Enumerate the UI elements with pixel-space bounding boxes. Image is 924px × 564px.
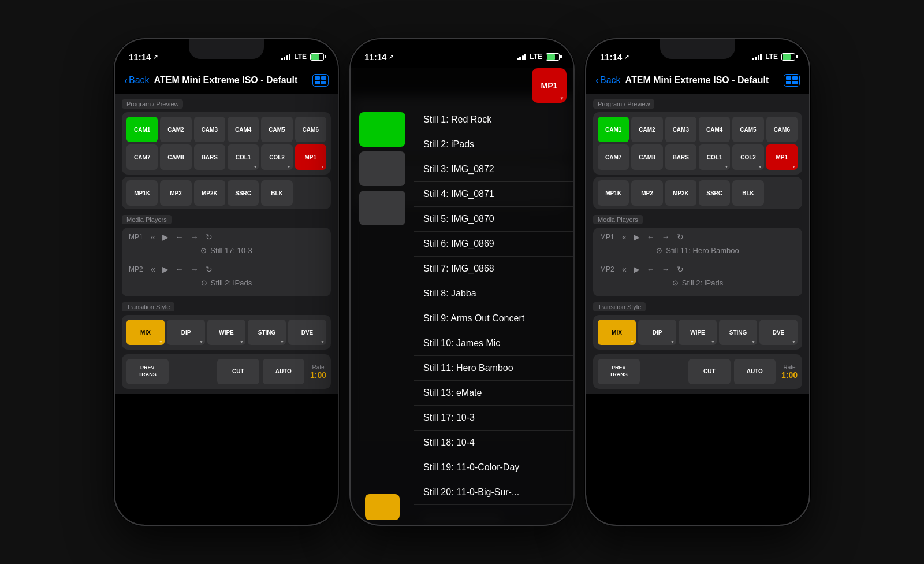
cam-btn-cam6-left[interactable]: CAM6: [295, 117, 326, 142]
mp2-loop-right[interactable]: ↻: [677, 265, 684, 274]
cam-btn-cam2-left[interactable]: CAM2: [160, 117, 191, 142]
trans-dve-left[interactable]: DVE▼: [288, 320, 326, 345]
prev-trans-right[interactable]: PREVTRANS: [598, 359, 640, 384]
cam-btn-col2-right[interactable]: COL2▼: [732, 144, 763, 170]
mp2-play-right[interactable]: ▶: [634, 265, 640, 274]
trans-section-left: Transition Style MIX▼ DIP▼ WIPE▼ STING▼ …: [122, 301, 331, 350]
trans-dip-right[interactable]: DIP▼: [638, 320, 676, 345]
scene: 11:14 ↗ LTE: [0, 0, 924, 564]
cam-btn-cam3-right[interactable]: CAM3: [665, 117, 696, 142]
layout-button-right[interactable]: [784, 74, 800, 87]
cam-btn-cam6-right[interactable]: CAM6: [766, 117, 798, 142]
mp2-rewind-left[interactable]: «: [151, 265, 155, 274]
cam-btn-blk-left[interactable]: BLK: [261, 180, 292, 206]
cam-btn-ssrc-left[interactable]: SSRC: [228, 180, 259, 206]
cam-btn-cam3-left[interactable]: CAM3: [194, 117, 225, 142]
mp2-prev-left[interactable]: ←: [176, 265, 184, 274]
mp1-play-right[interactable]: ▶: [634, 232, 640, 242]
cam-btn-mp1k-right[interactable]: MP1K: [598, 180, 629, 206]
cam-btn-col2-left[interactable]: COL2▼: [261, 144, 292, 170]
mp1-indicator-mid[interactable]: MP1 ▼: [532, 68, 567, 103]
cam-btn-cam4-right[interactable]: CAM4: [699, 117, 730, 142]
cam-btn-mp1-left[interactable]: MP1▼: [295, 144, 326, 170]
dropdown-item-7[interactable]: Still 8: Jabba: [414, 281, 573, 306]
app-content-left: Program / Preview CAM1 CAM2 CAM3 CAM4 CA…: [115, 94, 338, 394]
cam-btn-mp2k-left[interactable]: MP2K: [194, 180, 225, 206]
cam-btn-bars-right[interactable]: BARS: [665, 144, 696, 170]
dropdown-item-6[interactable]: Still 7: IMG_0868: [414, 257, 573, 281]
mp1-next-right[interactable]: →: [662, 232, 670, 242]
dropdown-item-10[interactable]: Still 11: Hero Bamboo: [414, 356, 573, 381]
dropdown-item-5[interactable]: Still 6: IMG_0869: [414, 232, 573, 257]
dropdown-item-11[interactable]: Still 13: eMate: [414, 381, 573, 406]
trans-mix-right[interactable]: MIX▼: [598, 320, 636, 345]
cam-btn-col1-left[interactable]: COL1▼: [228, 144, 259, 170]
back-button-right[interactable]: ‹ Back: [595, 75, 621, 87]
mp1-play-left[interactable]: ▶: [162, 232, 169, 242]
prev-trans-left[interactable]: PREVTRANS: [126, 359, 169, 384]
cam-btn-cam1-right[interactable]: CAM1: [598, 117, 629, 142]
cam-btn-cam7-right[interactable]: CAM7: [598, 144, 629, 170]
mp2-next-left[interactable]: →: [191, 265, 199, 274]
signal-bars-mid: [517, 53, 527, 60]
dropdown-item-12[interactable]: Still 17: 10-3: [414, 406, 573, 431]
dropdown-item-9[interactable]: Still 10: James Mic: [414, 331, 573, 356]
cam-btn-ssrc-right[interactable]: SSRC: [699, 180, 730, 206]
mp1-next-left[interactable]: →: [191, 232, 199, 242]
cam-btn-cam8-left[interactable]: CAM8: [160, 144, 191, 170]
dropdown-item-15[interactable]: Still 20: 11-0-Big-Sur-...: [414, 480, 573, 505]
media-section-left: Media Players MP1 « ▶ ← → ↻: [122, 214, 331, 296]
dropdown-item-1[interactable]: Still 2: iPads: [414, 132, 573, 157]
cam-btn-mp2k-right[interactable]: MP2K: [665, 180, 696, 206]
dropdown-item-0[interactable]: Still 1: Red Rock: [414, 107, 573, 132]
cam-btn-mp1k-left[interactable]: MP1K: [126, 180, 158, 206]
mp1-prev-right[interactable]: ←: [647, 232, 655, 242]
mp2-rewind-right[interactable]: «: [622, 265, 627, 274]
back-button-left[interactable]: ‹ Back: [124, 75, 150, 87]
dropdown-item-3[interactable]: Still 4: IMG_0871: [414, 182, 573, 207]
auto-btn-right[interactable]: AUTO: [734, 359, 776, 384]
mp1-prev-left[interactable]: ←: [176, 232, 184, 242]
auto-btn-left[interactable]: AUTO: [263, 359, 305, 384]
cam-btn-cam2-right[interactable]: CAM2: [631, 117, 662, 142]
trans-wipe-left[interactable]: WIPE▼: [207, 320, 245, 345]
mp1-row-right: MP1 « ▶ ← → ↻: [600, 232, 795, 242]
dropdown-item-14[interactable]: Still 19: 11-0-Color-Day: [414, 455, 573, 480]
dropdown-item-2[interactable]: Still 3: IMG_0872: [414, 157, 573, 182]
dropdown-item-13[interactable]: Still 18: 10-4: [414, 431, 573, 455]
cam-btn-cam7-left[interactable]: CAM7: [126, 144, 158, 170]
mp1-rewind-right[interactable]: «: [622, 232, 627, 242]
phone-middle: 11:14 ↗ LTE: [349, 38, 575, 526]
trans-sting-left[interactable]: STING▼: [248, 320, 286, 345]
cam-btn-cam1-left[interactable]: CAM1: [126, 117, 158, 142]
mp2-loop-left[interactable]: ↻: [206, 265, 213, 274]
cam-btn-cam4-left[interactable]: CAM4: [228, 117, 259, 142]
cam-btn-bars-left[interactable]: BARS: [194, 144, 225, 170]
cut-btn-right[interactable]: CUT: [688, 359, 731, 384]
mp1-loop-left[interactable]: ↻: [206, 232, 213, 242]
cam-btn-cam8-right[interactable]: CAM8: [631, 144, 662, 170]
dropdown-item-8[interactable]: Still 9: Arms Out Concert: [414, 306, 573, 331]
nav-bar-right: ‹ Back ATEM Mini Extreme ISO - Default: [586, 68, 809, 94]
cam-btn-mp2-right[interactable]: MP2: [631, 180, 662, 206]
mp2-prev-right[interactable]: ←: [647, 265, 655, 274]
cam-btn-cam5-right[interactable]: CAM5: [732, 117, 763, 142]
trans-dve-right[interactable]: DVE▼: [759, 320, 798, 345]
trans-label-right: Transition Style: [593, 302, 646, 311]
cam-btn-blk-right[interactable]: BLK: [732, 180, 763, 206]
cut-btn-left[interactable]: CUT: [217, 359, 259, 384]
mp2-next-right[interactable]: →: [662, 265, 670, 274]
cam-btn-mp2-left[interactable]: MP2: [160, 180, 191, 206]
dropdown-item-4[interactable]: Still 5: IMG_0870: [414, 207, 573, 232]
mp2-play-left[interactable]: ▶: [162, 265, 169, 274]
trans-wipe-right[interactable]: WIPE▼: [679, 320, 717, 345]
trans-sting-right[interactable]: STING▼: [719, 320, 757, 345]
cam-btn-cam5-left[interactable]: CAM5: [261, 117, 292, 142]
trans-dip-left[interactable]: DIP▼: [167, 320, 205, 345]
layout-button-left[interactable]: [312, 74, 329, 87]
mp1-rewind-left[interactable]: «: [151, 232, 155, 242]
cam-btn-col1-right[interactable]: COL1▼: [699, 144, 730, 170]
mp1-loop-right[interactable]: ↻: [677, 232, 684, 242]
trans-mix-left[interactable]: MIX▼: [126, 320, 165, 345]
cam-btn-mp1-right[interactable]: MP1▼: [766, 144, 798, 170]
